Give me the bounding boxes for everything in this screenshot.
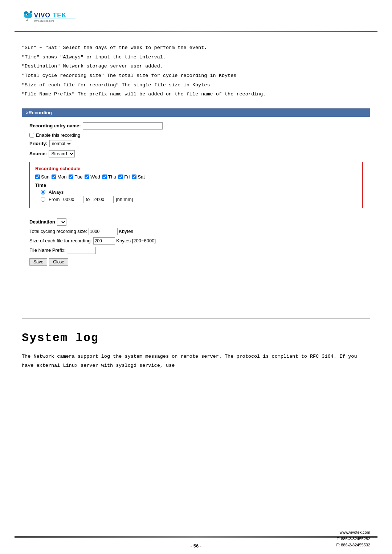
contact-info: www.vivotek.com T: 886-2-82455282 F: 886… bbox=[336, 529, 370, 549]
term-destination: "Destination" bbox=[22, 63, 60, 69]
description-list: "Sun" ~ "Sat" Select the days of the wee… bbox=[22, 43, 370, 99]
from-to-row: From to [hh:mm] bbox=[41, 196, 357, 203]
recording-panel-body: Recording entry name: Enable this record… bbox=[22, 117, 370, 318]
entry-name-row: Recording entry name: bbox=[29, 122, 363, 130]
schedule-section: Recording schedule Sun Mon bbox=[29, 162, 363, 208]
prefix-row: File Name Prefix: bbox=[29, 247, 363, 254]
contact-phone: T: 886-2-82455282 bbox=[336, 536, 370, 542]
checkbox-sat[interactable] bbox=[132, 175, 136, 179]
checkbox-wed[interactable] bbox=[85, 175, 89, 179]
vivotek-logo: VIVO TEK www.vivotek.com bbox=[22, 7, 80, 27]
spacer bbox=[29, 266, 363, 313]
destination-select[interactable] bbox=[57, 218, 66, 226]
desc-item-2: "Time" shows "Always" or input the time … bbox=[22, 53, 370, 62]
entry-name-input[interactable] bbox=[83, 122, 163, 130]
each-file-row: Size of each file for recording: Kbytes … bbox=[29, 237, 363, 245]
system-log-text: The Network camera support log the syste… bbox=[22, 352, 370, 370]
checkbox-thu[interactable] bbox=[102, 175, 107, 179]
term-sun-sat: "Sun" ~ "Sat" bbox=[22, 45, 60, 50]
label-always: Always bbox=[49, 189, 64, 195]
desc-item-6: "File Name Prefix" The prefix name will … bbox=[22, 90, 370, 99]
label-fri: Fri bbox=[124, 174, 130, 180]
priority-label: Priority: bbox=[29, 141, 48, 146]
radio-from[interactable] bbox=[41, 197, 45, 202]
enable-checkbox[interactable] bbox=[29, 133, 34, 138]
term-size-each: "Size of each file for recording" bbox=[22, 82, 119, 88]
svg-text:TEK: TEK bbox=[53, 12, 67, 19]
desc-item-3: "Destination" Network storage server use… bbox=[22, 62, 370, 71]
to-label: to bbox=[86, 197, 90, 202]
each-file-label: Size of each file for recording: bbox=[29, 238, 92, 243]
page-footer: - 56 - www.vivotek.com T: 886-2-82455282… bbox=[0, 538, 392, 554]
days-row: Sun Mon Tue Wed bbox=[35, 174, 357, 180]
dest-label: Destination bbox=[29, 219, 55, 225]
radio-always[interactable] bbox=[41, 190, 45, 194]
source-label: Source: bbox=[29, 151, 47, 156]
each-file-range: Kbytes [200~6000] bbox=[116, 238, 156, 243]
buttons-row: Save Close bbox=[29, 258, 363, 266]
schedule-title: Recording schedule bbox=[35, 166, 357, 171]
prefix-input[interactable] bbox=[67, 247, 96, 254]
prefix-label: File Name Prefix: bbox=[29, 247, 66, 253]
day-mon: Mon bbox=[52, 174, 66, 180]
day-wed: Wed bbox=[85, 174, 100, 180]
time-label: Time bbox=[35, 182, 357, 188]
svg-line-4 bbox=[26, 20, 28, 21]
total-size-unit: Kbytes bbox=[119, 229, 133, 234]
checkbox-mon[interactable] bbox=[52, 175, 56, 179]
close-button[interactable]: Close bbox=[49, 258, 68, 266]
label-mon: Mon bbox=[57, 174, 66, 180]
priority-select[interactable]: normal high low bbox=[49, 140, 72, 147]
page-header: VIVO TEK www.vivotek.com bbox=[0, 0, 392, 31]
logo-container: VIVO TEK www.vivotek.com bbox=[22, 7, 80, 27]
recording-panel: >Recording Recording entry name: Enable … bbox=[22, 108, 370, 319]
term-total-cycle: "Total cycle recording size" bbox=[22, 73, 104, 78]
label-thu: Thu bbox=[108, 174, 116, 180]
source-select[interactable]: Stream1 Stream2 bbox=[49, 150, 75, 157]
save-button[interactable]: Save bbox=[29, 258, 47, 266]
label-tue: Tue bbox=[74, 174, 82, 180]
to-time-input[interactable] bbox=[92, 196, 114, 203]
system-log-title: System log bbox=[22, 331, 370, 345]
always-row: Always bbox=[41, 189, 357, 195]
term-file-prefix: "File Name Prefix" bbox=[22, 91, 75, 97]
svg-line-5 bbox=[28, 20, 28, 21]
checkbox-tue[interactable] bbox=[69, 175, 73, 179]
entry-name-label: Recording entry name: bbox=[29, 123, 81, 128]
term-time: "Time" bbox=[22, 54, 40, 60]
priority-row: Priority: normal high low bbox=[29, 140, 363, 147]
label-sat: Sat bbox=[138, 174, 145, 180]
svg-text:VIVO: VIVO bbox=[34, 12, 50, 19]
recording-panel-header: >Recording bbox=[22, 108, 370, 117]
total-size-row: Total cycling recording size: Kbytes bbox=[29, 228, 363, 235]
total-size-label: Total cycling recording size: bbox=[29, 229, 87, 234]
each-file-input[interactable] bbox=[93, 237, 115, 245]
total-size-input[interactable] bbox=[89, 228, 118, 235]
page-number: - 56 - bbox=[191, 543, 201, 549]
destination-section: Destination Total cycling recording size… bbox=[29, 214, 363, 266]
svg-text:www.vivotek.com: www.vivotek.com bbox=[34, 20, 54, 22]
source-row: Source: Stream1 Stream2 bbox=[29, 150, 363, 157]
day-sat: Sat bbox=[132, 174, 145, 180]
desc-item-1: "Sun" ~ "Sat" Select the days of the wee… bbox=[22, 43, 370, 53]
time-section: Time Always From to [hh:mm] bbox=[35, 182, 357, 203]
label-wed: Wed bbox=[90, 174, 100, 180]
day-tue: Tue bbox=[69, 174, 82, 180]
checkbox-sun[interactable] bbox=[35, 175, 40, 179]
contact-fax: F: 886-2-82455532 bbox=[336, 542, 370, 549]
main-content: "Sun" ~ "Sat" Select the days of the wee… bbox=[0, 32, 392, 536]
from-time-input[interactable] bbox=[62, 196, 83, 203]
day-sun: Sun bbox=[35, 174, 49, 180]
system-log-section: System log The Network camera support lo… bbox=[22, 331, 370, 370]
contact-website: www.vivotek.com bbox=[336, 529, 370, 536]
svg-point-2 bbox=[27, 14, 28, 15]
day-fri: Fri bbox=[118, 174, 130, 180]
label-sun: Sun bbox=[41, 174, 49, 180]
time-format-label: [hh:mm] bbox=[116, 197, 133, 202]
desc-item-5: "Size of each file for recording" The si… bbox=[22, 81, 370, 90]
enable-label: Enable this recording bbox=[36, 132, 80, 138]
enable-checkbox-row: Enable this recording bbox=[29, 132, 363, 138]
label-from: From bbox=[49, 197, 60, 202]
checkbox-fri[interactable] bbox=[118, 175, 123, 179]
day-thu: Thu bbox=[102, 174, 116, 180]
